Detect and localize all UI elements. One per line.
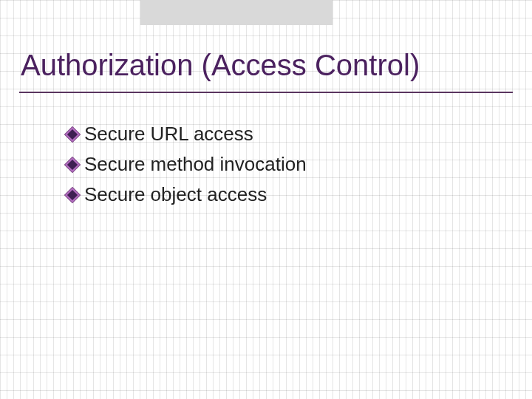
list-item: Secure object access [66,182,502,208]
diamond-bullet-icon [64,126,81,143]
list-item-text: Secure URL access [84,121,253,147]
slide-title: Authorization (Access Control) [21,49,511,81]
slide-body: Secure URL access Secure method invocati… [66,121,502,212]
slide: Authorization (Access Control) Secure UR… [0,0,532,399]
list-item: Secure method invocation [66,151,502,177]
list-item-text: Secure method invocation [84,151,307,177]
diamond-bullet-icon [64,186,81,203]
title-underline [19,92,513,93]
list-item: Secure URL access [66,121,502,147]
decorative-top-band [140,0,332,25]
list-item-text: Secure object access [84,182,267,208]
diamond-bullet-icon [64,156,81,173]
